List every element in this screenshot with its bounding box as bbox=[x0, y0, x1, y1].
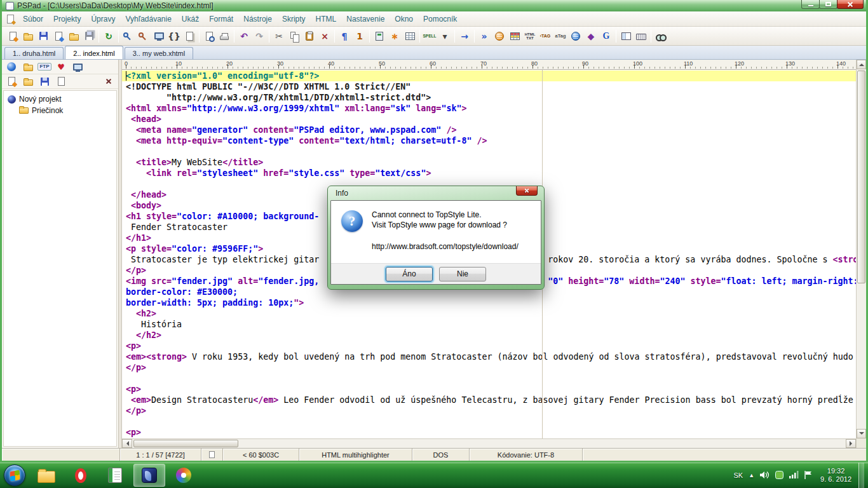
code-line[interactable]: <p> bbox=[122, 427, 856, 438]
horizontal-scrollbar[interactable] bbox=[122, 438, 856, 448]
status-encoding[interactable]: Kódovanie: UTF-8 bbox=[470, 449, 583, 461]
language-indicator[interactable]: SK bbox=[733, 471, 743, 479]
save-all-button[interactable] bbox=[81, 29, 97, 44]
redo-button[interactable]: ↷ bbox=[252, 29, 267, 44]
search-replace-button[interactable] bbox=[136, 29, 151, 44]
save-project-button[interactable] bbox=[37, 75, 52, 88]
code-line[interactable]: <head> bbox=[122, 114, 856, 125]
taskbar-gallery-button[interactable] bbox=[168, 464, 200, 487]
tree-item-project[interactable]: Nový projekt bbox=[5, 93, 115, 105]
menu-ukaz[interactable]: Ukáž bbox=[177, 13, 204, 25]
menu-skripty[interactable]: Skripty bbox=[277, 13, 311, 25]
line-numbers-button[interactable]: 1 bbox=[352, 29, 367, 44]
spell-check-button[interactable]: SPELL bbox=[422, 29, 437, 44]
special-chars-button[interactable]: ¶ bbox=[337, 29, 352, 44]
html-preview-button[interactable] bbox=[201, 29, 217, 44]
print-button[interactable] bbox=[217, 29, 232, 44]
no-button[interactable]: Nie bbox=[439, 267, 486, 281]
tree-item-folder[interactable]: Priečinok bbox=[5, 105, 115, 116]
taskbar-notes-button[interactable] bbox=[99, 464, 131, 487]
reformat-button[interactable]: » bbox=[477, 29, 492, 44]
dialog-close-button[interactable] bbox=[516, 186, 538, 196]
code-line[interactable] bbox=[122, 416, 856, 427]
code-line[interactable]: </h2> bbox=[122, 330, 856, 341]
tag-editor-button[interactable]: ‹TAG bbox=[538, 29, 553, 44]
scroll-up-button[interactable] bbox=[857, 60, 866, 69]
dialog-title-bar[interactable]: Info bbox=[330, 186, 541, 200]
action-center-flag-icon[interactable] bbox=[804, 471, 812, 480]
antivirus-icon[interactable] bbox=[775, 471, 783, 480]
code-line[interactable] bbox=[122, 146, 856, 157]
new-project-button[interactable] bbox=[4, 75, 19, 88]
network-icon[interactable] bbox=[789, 471, 799, 480]
close-button[interactable] bbox=[837, 0, 864, 9]
maximize-button[interactable] bbox=[819, 0, 837, 9]
open-project-button[interactable] bbox=[66, 29, 81, 44]
status-line-endings[interactable]: DOS bbox=[412, 449, 470, 461]
tab-druha[interactable]: 1.. druha.html bbox=[4, 47, 64, 59]
vertical-scroll-track[interactable] bbox=[857, 69, 866, 429]
color-table-button[interactable] bbox=[507, 29, 522, 44]
new-from-template-button[interactable] bbox=[51, 29, 66, 44]
code-line[interactable]: <!DOCTYPE html PUBLIC "-//W3C//DTD XHTML… bbox=[122, 81, 856, 92]
search-button[interactable] bbox=[121, 29, 136, 44]
taskbar-pspad-button[interactable] bbox=[133, 464, 165, 487]
code-line[interactable]: <meta name="generator" content="PSPad ed… bbox=[122, 125, 856, 135]
title-bar[interactable]: PSPad - [C:\Users\DaDa\Desktop\My WebSit… bbox=[2, 0, 866, 11]
menu-html[interactable]: HTML bbox=[311, 13, 342, 25]
wand-button[interactable]: ◆ bbox=[583, 29, 599, 44]
cut-button[interactable]: ✂ bbox=[271, 29, 287, 44]
code-line[interactable]: border-width: 5px; padding: 10px;"> bbox=[122, 297, 856, 308]
remove-button[interactable] bbox=[101, 75, 116, 88]
keyboard-button[interactable] bbox=[634, 29, 649, 44]
volume-icon[interactable] bbox=[760, 471, 770, 480]
code-line[interactable]: "http://www.w3.org/TR/xhtml1/DTD/xhtml1-… bbox=[122, 92, 856, 103]
show-hidden-icons-button[interactable]: ▲ bbox=[749, 472, 754, 478]
web-browser-button[interactable] bbox=[568, 29, 583, 44]
minimize-button[interactable] bbox=[801, 0, 820, 9]
project-tab-button[interactable] bbox=[4, 60, 19, 73]
code-line[interactable]: História bbox=[122, 319, 856, 330]
menu-subor[interactable]: Súbor bbox=[18, 13, 48, 25]
tab-index[interactable]: 2.. index.html bbox=[65, 46, 123, 59]
vertical-scrollbar[interactable] bbox=[856, 60, 866, 448]
project-properties-button[interactable] bbox=[53, 75, 69, 88]
taskbar-opera-button[interactable] bbox=[65, 464, 97, 487]
taskbar-explorer-button[interactable] bbox=[31, 464, 62, 487]
menu-nastavenie[interactable]: Nastavenie bbox=[341, 13, 390, 25]
add-folder-button[interactable] bbox=[20, 75, 36, 88]
atag-editor-button[interactable]: aTag bbox=[553, 29, 568, 44]
google-search-button[interactable]: G bbox=[599, 29, 614, 44]
menu-upravy[interactable]: Úpravy bbox=[86, 13, 120, 25]
vertical-scroll-thumb[interactable] bbox=[857, 71, 865, 283]
show-desktop-button[interactable] bbox=[858, 463, 864, 488]
delete-button[interactable]: × bbox=[317, 29, 332, 44]
scroll-right-button[interactable] bbox=[846, 439, 856, 448]
code-line[interactable]: <em>Design Stratocasteru</em> Leo Fender… bbox=[122, 395, 856, 405]
goto-line-button[interactable]: → bbox=[457, 29, 472, 44]
menu-okno[interactable]: Okno bbox=[390, 13, 418, 25]
goggles-button[interactable] bbox=[653, 29, 668, 44]
clock[interactable]: 19:32 9. 6. 2012 bbox=[818, 467, 854, 484]
code-line[interactable]: <title>My WebSite</title> bbox=[122, 157, 856, 168]
code-line[interactable]: <meta http-equiv="content-type" content=… bbox=[122, 135, 856, 146]
horizontal-scroll-track[interactable] bbox=[132, 439, 846, 448]
favorites-tab-button[interactable]: ♥ bbox=[53, 60, 69, 73]
menu-format[interactable]: Formát bbox=[204, 13, 238, 25]
menu-vyhladavanie[interactable]: Vyhľadávanie bbox=[120, 13, 176, 25]
status-highlighter[interactable]: HTML multihighlighter bbox=[299, 449, 412, 461]
ftp-tab-button[interactable]: FTP bbox=[37, 60, 52, 73]
code-line[interactable]: </p> bbox=[122, 362, 856, 373]
scroll-down-button[interactable] bbox=[857, 429, 866, 438]
code-line[interactable]: <p> bbox=[122, 341, 856, 351]
html-text-button[interactable]: HTML TXT bbox=[522, 29, 538, 44]
menu-nastroje[interactable]: Nástroje bbox=[238, 13, 277, 25]
menu-pomocnik[interactable]: Pomocník bbox=[418, 13, 462, 25]
save-file-button[interactable] bbox=[36, 29, 51, 44]
yes-button[interactable]: Áno bbox=[386, 267, 433, 281]
spell-options-button[interactable]: ▾ bbox=[437, 29, 452, 44]
new-file-button[interactable] bbox=[5, 29, 20, 44]
undo-button[interactable]: ↶ bbox=[236, 29, 252, 44]
reload-button[interactable]: ↻ bbox=[101, 29, 116, 44]
files-tab-button[interactable] bbox=[20, 60, 36, 73]
